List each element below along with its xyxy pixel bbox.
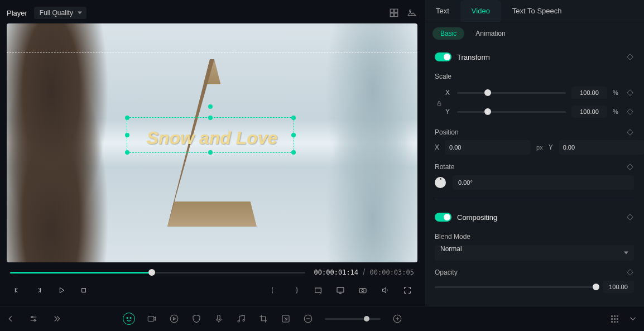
keyframe-icon[interactable] [626, 53, 634, 61]
bottom-toolbar [0, 306, 644, 331]
collapse-icon[interactable] [6, 313, 17, 324]
subtab-animation[interactable]: Animation [468, 27, 513, 40]
rotate-input[interactable] [453, 175, 634, 190]
guide-line [7, 52, 417, 53]
svg-rect-6 [315, 288, 321, 292]
opacity-slider[interactable] [435, 286, 596, 288]
chevron-down-icon[interactable] [627, 313, 638, 324]
keyframe-icon[interactable] [626, 128, 634, 136]
prev-frame-button[interactable] [10, 284, 23, 297]
mark-out-button[interactable] [289, 284, 302, 297]
ratio-button[interactable] [311, 284, 325, 297]
transform-title: Transform [457, 53, 490, 61]
volume-button[interactable] [378, 284, 392, 297]
subtab-basic[interactable]: Basic [432, 27, 464, 40]
snapshot-icon[interactable] [406, 7, 417, 18]
ai-icon[interactable] [123, 313, 135, 325]
resize-handle[interactable] [291, 116, 296, 120]
timecode-sep: / [358, 267, 369, 277]
circle-play-icon[interactable] [169, 313, 180, 324]
selection-box[interactable] [127, 117, 294, 153]
opacity-input[interactable] [603, 281, 634, 293]
fullscreen-button[interactable] [401, 284, 414, 297]
progress-track[interactable] [10, 272, 305, 274]
layout-grid-icon[interactable] [388, 7, 400, 18]
scale-x-input[interactable] [571, 87, 607, 99]
resize-handle[interactable] [125, 116, 129, 120]
resize-handle[interactable] [208, 150, 213, 155]
transform-toggle[interactable] [435, 52, 451, 61]
keyframe-icon[interactable] [626, 108, 634, 116]
adjust-icon[interactable] [28, 313, 39, 324]
keyframe-icon[interactable] [626, 213, 634, 221]
rotate-handle[interactable] [208, 104, 213, 109]
resize-icon[interactable] [280, 313, 291, 324]
position-label: Position [435, 128, 459, 136]
display-button[interactable] [334, 284, 347, 297]
svg-rect-3 [395, 13, 398, 17]
svg-rect-7 [337, 287, 344, 292]
quality-dropdown[interactable]: Full Quality [34, 7, 86, 19]
px-unit: px [536, 144, 543, 151]
stop-button[interactable] [77, 284, 90, 297]
resize-handle[interactable] [125, 150, 129, 155]
resize-handle[interactable] [291, 150, 296, 155]
zoom-in-icon[interactable] [392, 313, 403, 324]
timeline-bar: 00:00:01:14 / 00:00:03:05 [7, 266, 417, 279]
tab-video[interactable]: Video [460, 0, 501, 22]
svg-rect-8 [359, 289, 366, 293]
compositing-title: Compositing [457, 213, 497, 222]
scale-y-input[interactable] [571, 105, 607, 118]
properties-body: Transform Scale X % Y [425, 45, 644, 306]
percent-unit: % [613, 89, 621, 96]
player-label: Player [7, 9, 27, 17]
pos-x-label: X [435, 143, 439, 151]
link-icon[interactable] [435, 100, 444, 108]
svg-point-13 [127, 317, 128, 319]
keyframe-icon[interactable] [626, 89, 634, 97]
zoom-slider[interactable] [325, 318, 381, 320]
properties-tabs: Text Video Text To Speech [425, 0, 644, 22]
next-frame-button[interactable] [32, 284, 46, 297]
resize-handle[interactable] [291, 133, 296, 137]
zoom-out-icon[interactable] [302, 313, 314, 324]
resize-handle[interactable] [208, 116, 213, 120]
scale-x-slider[interactable] [457, 92, 566, 94]
play-button[interactable] [55, 284, 68, 297]
svg-point-4 [410, 10, 411, 12]
rotate-dial[interactable] [435, 177, 446, 188]
svg-point-16 [170, 315, 178, 323]
music-icon[interactable] [236, 313, 247, 324]
tab-text-to-speech[interactable]: Text To Speech [501, 0, 573, 22]
scale-y-label: Y [444, 108, 451, 116]
keyframe-icon[interactable] [626, 268, 634, 276]
pos-x-input[interactable] [445, 140, 531, 155]
keyframe-icon[interactable] [626, 163, 634, 171]
resize-handle[interactable] [125, 133, 129, 137]
video-preview[interactable]: Snow and Love [7, 23, 417, 262]
mark-in-button[interactable] [267, 284, 280, 297]
crop-icon[interactable] [258, 313, 269, 324]
camera-button[interactable] [356, 284, 369, 297]
record-icon[interactable] [146, 313, 157, 324]
svg-point-18 [238, 320, 239, 322]
percent-unit: % [613, 108, 621, 115]
transform-section-header: Transform [435, 47, 634, 67]
grid-view-icon[interactable] [611, 315, 618, 323]
tab-text[interactable]: Text [425, 0, 460, 22]
expand-icon[interactable] [50, 313, 61, 324]
shield-icon[interactable] [191, 313, 202, 324]
progress-thumb[interactable] [148, 269, 155, 276]
scale-x-label: X [444, 89, 451, 97]
player-panel: Player Full Quality Snow and Love [0, 0, 424, 306]
scale-y-slider[interactable] [457, 111, 566, 113]
pos-y-input[interactable] [559, 140, 644, 155]
compositing-toggle[interactable] [435, 213, 451, 222]
svg-rect-2 [390, 13, 393, 17]
rotate-label: Rotate [435, 163, 454, 171]
svg-rect-10 [438, 103, 441, 105]
blend-mode-select[interactable]: Normal [435, 245, 634, 261]
scale-label: Scale [435, 73, 634, 80]
properties-panel: Text Video Text To Speech Basic Animatio… [424, 0, 644, 306]
mic-icon[interactable] [213, 313, 224, 324]
